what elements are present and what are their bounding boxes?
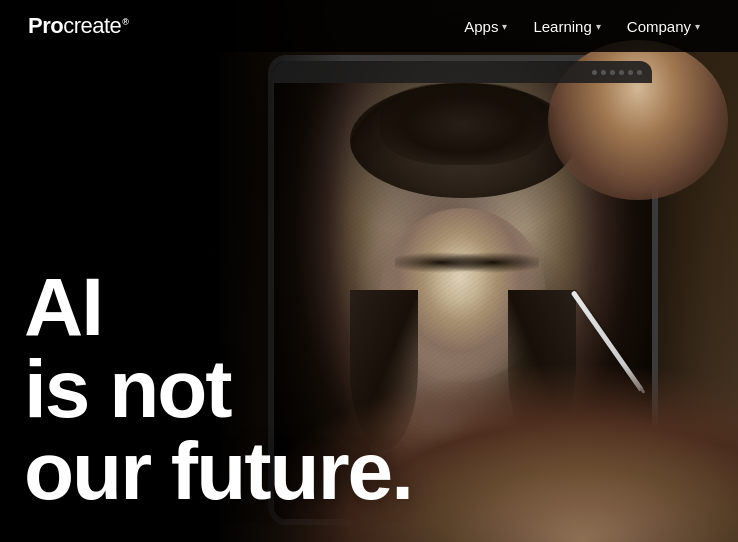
headline-line-1: AI xyxy=(24,266,412,348)
chevron-down-icon: ▾ xyxy=(596,21,601,32)
nav-item-learning[interactable]: Learning ▾ xyxy=(523,12,610,41)
nav-apps-label: Apps xyxy=(464,18,498,35)
status-dot xyxy=(601,70,606,75)
nav-item-apps[interactable]: Apps ▾ xyxy=(454,12,517,41)
headline-line-3: our future. xyxy=(24,430,412,512)
status-dot xyxy=(619,70,624,75)
hero-section: Procreate® Apps ▾ Learning ▾ Company ▾ xyxy=(0,0,738,542)
chevron-down-icon: ▾ xyxy=(502,21,507,32)
nav-links: Apps ▾ Learning ▾ Company ▾ xyxy=(454,12,710,41)
tablet-top-bar xyxy=(274,61,652,83)
status-dot xyxy=(637,70,642,75)
nav-company-label: Company xyxy=(627,18,691,35)
status-dot xyxy=(610,70,615,75)
nav-item-company[interactable]: Company ▾ xyxy=(617,12,710,41)
status-dot xyxy=(592,70,597,75)
logo[interactable]: Procreate® xyxy=(28,13,128,39)
hero-headline: AI is not our future. xyxy=(24,266,412,512)
hero-text: AI is not our future. xyxy=(24,266,412,512)
headline-line-2: is not xyxy=(24,348,412,430)
navigation: Procreate® Apps ▾ Learning ▾ Company ▾ xyxy=(0,0,738,52)
nav-learning-label: Learning xyxy=(533,18,591,35)
chevron-down-icon: ▾ xyxy=(695,21,700,32)
status-dot xyxy=(628,70,633,75)
logo-text: Procreate® xyxy=(28,13,128,39)
